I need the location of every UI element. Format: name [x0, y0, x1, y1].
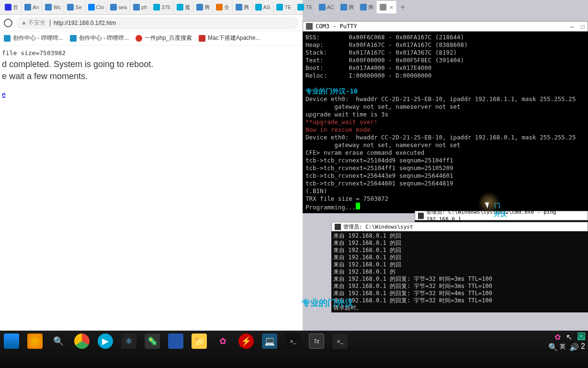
- browser-tab[interactable]: 全: [213, 1, 233, 13]
- reload-icon[interactable]: [4, 19, 12, 27]
- browser-tab[interactable]: AC: [316, 1, 338, 13]
- browser-tab[interactable]: TE: [294, 1, 316, 13]
- taskbar: 🔍 ▶ ⚛ 🦠 📁 ✿ ⚡ 💻 >_ 7z >_ ✿ ↖ 🛡 🔍 英 🔊 2: [0, 331, 588, 368]
- start-button[interactable]: [4, 334, 19, 349]
- window-controls: — ☐: [570, 23, 585, 30]
- insecure-warning: ▲ 不安全: [21, 19, 45, 27]
- page-content: file size=7503982 d completed. System is…: [0, 46, 303, 102]
- tab-favicon: [360, 4, 367, 11]
- browser-tab[interactable]: An: [22, 1, 42, 13]
- browser-tab[interactable]: AS: [252, 1, 274, 13]
- minimize-button[interactable]: —: [570, 23, 574, 30]
- url-text: │ http://192.168.0.1/f2.htm: [48, 20, 116, 26]
- bookmark-item[interactable]: 创作中心 - 哔哩哔...: [4, 34, 63, 42]
- browser-tab[interactable]: ×: [377, 1, 397, 13]
- taskbar-update[interactable]: 🦠: [145, 334, 160, 349]
- browser-tab[interactable]: 腾: [193, 1, 213, 13]
- tab-favicon: [216, 4, 223, 11]
- taskbar-chrome[interactable]: [74, 334, 90, 349]
- tab-favicon: [67, 4, 74, 11]
- taskbar-atom[interactable]: ⚛: [121, 334, 136, 349]
- ime-indicator[interactable]: 英: [560, 343, 565, 351]
- tab-label: An: [33, 4, 39, 10]
- tray-shield-icon[interactable]: 🛡: [577, 333, 585, 340]
- tray-more[interactable]: 2: [581, 342, 585, 351]
- bookmark-item[interactable]: 一件php_百度搜索: [136, 34, 192, 42]
- browser-tab[interactable]: 腾: [338, 1, 357, 13]
- taskbar-media[interactable]: ▶: [98, 334, 113, 349]
- tab-label: 375: [161, 4, 170, 10]
- browser-tab[interactable]: 腾: [233, 1, 252, 13]
- taskbar-edge[interactable]: [27, 334, 43, 349]
- browser-tab[interactable]: Wc: [42, 1, 64, 13]
- tab-favicon: [255, 4, 262, 11]
- taskbar-terminal[interactable]: >_: [332, 334, 348, 349]
- taskbar-folder[interactable]: 📁: [192, 334, 207, 349]
- taskbar-flower[interactable]: ✿: [215, 334, 230, 349]
- bookmark-item[interactable]: 创作中心 - 哔哩哔...: [70, 34, 129, 42]
- tab-favicon: [319, 4, 326, 11]
- cmd-window-front: 管理员: C:\Windows\syst 来自 192.168.0.1 的回 来…: [331, 222, 588, 312]
- bookmarks-bar: 创作中心 - 哔哩哔...创作中心 - 哔哩哔...一件php_百度搜索Mac下…: [0, 31, 303, 46]
- cmd1-titlebar[interactable]: 管理员: C:\Windows\syst: [331, 222, 588, 231]
- tab-favicon: [177, 4, 183, 11]
- bookmark-label: Mac下搭建Apache...: [208, 34, 260, 42]
- tab-label: 全: [224, 4, 229, 11]
- tab-favicon: [236, 4, 242, 11]
- taskbar-net[interactable]: [168, 334, 183, 349]
- address-bar: ▲ 不安全 │ http://192.168.0.1/f2.htm: [0, 15, 303, 31]
- tab-favicon: [133, 4, 140, 11]
- tab-label: 首: [13, 4, 18, 11]
- putty-titlebar[interactable]: COM3 - PuTTY — ☐: [303, 21, 588, 32]
- tab-favicon: [5, 4, 11, 11]
- browser-tab[interactable]: 375: [150, 1, 173, 13]
- browser-tab[interactable]: Se: [64, 1, 85, 13]
- tab-favicon: [196, 4, 203, 11]
- tab-favicon: [24, 4, 31, 11]
- browser-window: 首AnWcSeCloseaph375魔腾全腾ASTETEAC腾腾×+ ▲ 不安全…: [0, 0, 303, 331]
- tab-favicon: [276, 4, 283, 11]
- browser-tab[interactable]: Clo: [85, 1, 108, 13]
- cmd1-title-text: 管理员: C:\Windows\syst: [343, 223, 413, 230]
- tab-label: 腾: [368, 4, 373, 11]
- taskbar-monitor[interactable]: 💻: [262, 334, 277, 349]
- browser-tab[interactable]: 腾: [357, 1, 377, 13]
- tab-label: TE: [284, 4, 291, 10]
- tray-volume-icon[interactable]: 🔊: [569, 343, 577, 350]
- browser-tab[interactable]: ph: [130, 1, 150, 13]
- tray-search-icon[interactable]: 🔍: [548, 343, 556, 350]
- tab-favicon: [45, 4, 52, 11]
- close-icon[interactable]: ×: [390, 4, 394, 11]
- watermark-text: 专业的门外汉-10: [305, 87, 358, 95]
- cmd2-titlebar[interactable]: 管理员: C:\Windows\system32\cmd.exe - ping …: [415, 211, 588, 220]
- browser-tab[interactable]: 首: [2, 1, 22, 13]
- browser-tab[interactable]: TE: [273, 1, 294, 13]
- tab-label: 魔: [185, 4, 190, 11]
- cmd2-title-text: 管理员: C:\Windows\system32\cmd.exe - ping …: [426, 208, 585, 223]
- continue-link[interactable]: e: [2, 91, 6, 98]
- taskbar-7z[interactable]: 7z: [309, 334, 324, 349]
- bookmark-item[interactable]: Mac下搭建Apache...: [199, 34, 260, 42]
- taskbar-cmd[interactable]: >_: [285, 334, 301, 349]
- tab-label: Wc: [53, 4, 61, 10]
- new-tab-button[interactable]: +: [396, 3, 408, 12]
- tab-label: Clo: [96, 4, 104, 10]
- taskbar-flash[interactable]: ⚡: [238, 334, 254, 349]
- cmd1-output[interactable]: 来自 192.168.0.1 的回 来自 192.168.0.1 的回 来自 1…: [331, 231, 588, 312]
- taskbar-search[interactable]: 🔍: [51, 334, 66, 349]
- bookmark-favicon: [136, 35, 142, 42]
- tab-label: 腾: [204, 4, 210, 11]
- bookmark-favicon: [199, 35, 205, 42]
- browser-tab[interactable]: 魔: [174, 1, 193, 13]
- maximize-button[interactable]: ☐: [581, 23, 585, 30]
- tab-strip: 首AnWcSeCloseaph375魔腾全腾ASTETEAC腾腾×+: [0, 0, 303, 15]
- putty-terminal[interactable]: BSS: 0x00F6C068 - 0x00FA167C (218644) He…: [303, 32, 588, 213]
- address-input[interactable]: ▲ 不安全 │ http://192.168.0.1/f2.htm: [16, 17, 299, 29]
- tab-favicon: [110, 4, 117, 11]
- tab-favicon: [340, 4, 347, 11]
- status-line-2: e wait a few moments.: [2, 71, 301, 81]
- tab-label: 腾: [349, 4, 354, 11]
- tray-cursor-icon[interactable]: ↖: [566, 333, 574, 340]
- tray-flower-icon[interactable]: ✿: [554, 333, 562, 340]
- browser-tab[interactable]: sea: [107, 1, 130, 13]
